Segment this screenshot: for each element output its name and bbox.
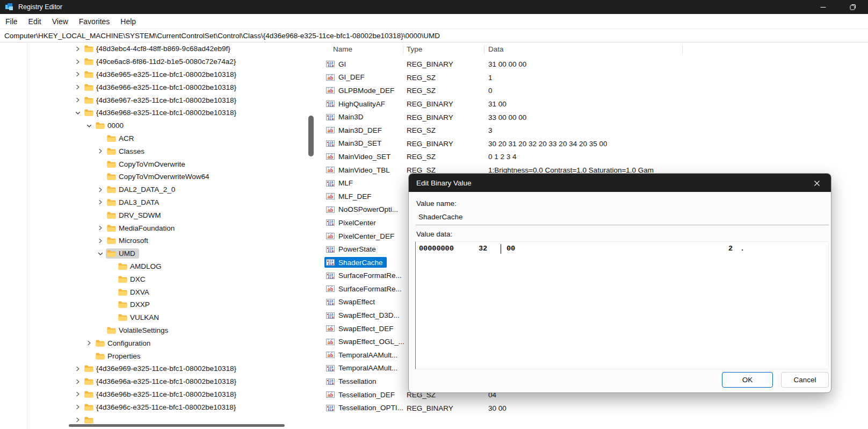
- value-name-cell[interactable]: “”abMLF_DEF: [324, 191, 375, 202]
- value-name-cell[interactable]: 110011PowerState: [324, 244, 380, 255]
- chevron-right-icon[interactable]: [95, 148, 106, 154]
- tree-item[interactable]: 0000: [0, 119, 318, 132]
- value-name-cell[interactable]: 110011Tessellation_OPTI...: [324, 403, 407, 413]
- dialog-close-button[interactable]: [807, 176, 827, 190]
- value-name-cell[interactable]: “”abTemporalAAMult...: [324, 349, 401, 360]
- tree-item[interactable]: {4d36e967-e325-11ce-bfc1-08002be10318}: [0, 94, 318, 106]
- menu-file[interactable]: File: [0, 15, 23, 28]
- value-name-cell[interactable]: 110011TemporalAAMult...: [324, 363, 401, 374]
- tree-item[interactable]: {49ce6ac8-6f86-11d2-b1e5-0080c72e74a2}: [0, 55, 318, 68]
- chevron-right-icon[interactable]: [72, 404, 83, 410]
- dialog-title-bar[interactable]: Edit Binary Value: [409, 174, 831, 192]
- value-name-cell[interactable]: 110011Main3D: [324, 112, 367, 123]
- tree-key[interactable]: DRV_SDWM: [106, 210, 165, 220]
- tree-key[interactable]: Properties: [95, 351, 144, 361]
- column-divider[interactable]: [682, 45, 683, 54]
- tree-key[interactable]: VULKAN: [117, 312, 163, 323]
- chevron-right-icon[interactable]: [95, 187, 106, 193]
- value-name-cell[interactable]: “”abGLPBMode_DEF: [324, 85, 398, 96]
- tree-item[interactable]: UMD: [0, 247, 318, 260]
- table-row[interactable]: 110011Tessellation_OPTI...REG_BINARY30 0…: [318, 401, 868, 414]
- chevron-right-icon[interactable]: [72, 97, 83, 103]
- tree-key[interactable]: DAL2_DATA_2_0: [106, 184, 179, 195]
- value-name-cell[interactable]: 110011Main3D_SET: [324, 138, 385, 149]
- tree-item[interactable]: AMDLOG: [0, 260, 318, 273]
- value-name-cell[interactable]: 110011SurfaceFormatRe...: [324, 270, 406, 281]
- table-row[interactable]: 110011GIREG_BINARY31 00 00 00: [318, 58, 868, 71]
- menu-help[interactable]: Help: [115, 15, 141, 28]
- column-divider[interactable]: [484, 45, 484, 54]
- column-header-data[interactable]: Data: [488, 45, 504, 53]
- menu-favorites[interactable]: Favorites: [74, 15, 115, 28]
- chevron-right-icon[interactable]: [95, 199, 106, 205]
- value-name-cell[interactable]: “”abSwapEffect_OGL_...: [324, 337, 408, 347]
- tree-item[interactable]: DAL3_DATA: [0, 196, 318, 209]
- tree-key[interactable]: DXC: [117, 274, 149, 284]
- tree-item[interactable]: Configuration: [0, 337, 318, 349]
- tree-key[interactable]: 0000: [95, 120, 127, 131]
- tree-item[interactable]: Classes: [0, 145, 318, 158]
- tree-key[interactable]: DXVA: [117, 287, 153, 297]
- value-name-cell[interactable]: “”abNoOSPowerOpti...: [324, 204, 402, 215]
- value-data-hex-editor[interactable]: 00000000 32 00 2 .: [415, 241, 829, 369]
- tree-key[interactable]: {4d36e96b-e325-11ce-bfc1-08002be10318}: [83, 389, 240, 399]
- tree-key[interactable]: ACR: [106, 133, 138, 144]
- tree-key[interactable]: MediaFoundation: [106, 223, 178, 233]
- tree-key[interactable]: AMDLOG: [117, 261, 165, 271]
- value-name-field[interactable]: ShaderCache: [418, 213, 463, 221]
- column-header-type[interactable]: Type: [407, 45, 422, 53]
- chevron-right-icon[interactable]: [95, 238, 106, 244]
- chevron-right-icon[interactable]: [72, 391, 83, 397]
- ok-button[interactable]: OK: [722, 372, 773, 388]
- tree-key[interactable]: {4d36e969-e325-11ce-bfc1-08002be10318}: [83, 363, 240, 374]
- tree-key[interactable]: DXXP: [117, 299, 154, 310]
- value-name-cell[interactable]: 110011PixelCenter: [324, 217, 380, 228]
- tree-item[interactable]: CopyToVmOverwriteWow64: [0, 170, 318, 183]
- column-header-name[interactable]: Name: [333, 45, 352, 53]
- tree-item[interactable]: DAL2_DATA_2_0: [0, 183, 318, 196]
- tree-key[interactable]: {49ce6ac8-6f86-11d2-b1e5-0080c72e74a2}: [83, 56, 240, 67]
- chevron-right-icon[interactable]: [72, 84, 83, 90]
- table-row[interactable]: “”abGLPBMode_DEFREG_SZ0: [318, 84, 868, 97]
- chevron-right-icon[interactable]: [95, 225, 106, 231]
- chevron-right-icon[interactable]: [72, 417, 83, 423]
- menu-edit[interactable]: Edit: [23, 15, 47, 28]
- tree-item[interactable]: {4d36e96b-e325-11ce-bfc1-08002be10318}: [0, 388, 318, 401]
- tree-item[interactable]: DXVA: [0, 285, 318, 298]
- tree-key[interactable]: {4d36e967-e325-11ce-bfc1-08002be10318}: [83, 95, 240, 105]
- value-name-cell[interactable]: 110011Tessellation: [324, 376, 380, 387]
- tree-key[interactable]: {4d36e96c-e325-11ce-bfc1-08002be10318}: [83, 402, 240, 412]
- tree-item[interactable]: {48d3ebc4-4cf8-48ff-b869-9c68ad42eb9f}: [0, 42, 318, 55]
- tree-key[interactable]: {4d36e96a-e325-11ce-bfc1-08002be10318}: [83, 376, 240, 387]
- tree-key[interactable]: [83, 416, 100, 425]
- tree-item[interactable]: {4d36e969-e325-11ce-bfc1-08002be10318}: [0, 362, 318, 375]
- table-row[interactable]: 110011Main3DREG_BINARY33 00 00 00: [318, 110, 868, 124]
- value-name-cell[interactable]: 110011SwapEffect_D3D...: [324, 310, 403, 321]
- chevron-down-icon[interactable]: [83, 123, 95, 129]
- table-row[interactable]: 110011HighQualityAFREG_BINARY31 00: [318, 97, 868, 111]
- tree-item[interactable]: Microsoft: [0, 234, 318, 247]
- value-name-cell[interactable]: 110011SwapEffect: [324, 297, 379, 308]
- tree-item[interactable]: {4d36e965-e325-11ce-bfc1-08002be10318}: [0, 68, 318, 81]
- table-row[interactable]: “”abGI_DEFREG_SZ1: [318, 71, 868, 84]
- tree-item[interactable]: CopyToVmOverwrite: [0, 158, 318, 170]
- cancel-button[interactable]: Cancel: [781, 372, 829, 388]
- chevron-right-icon[interactable]: [72, 366, 83, 372]
- restore-button[interactable]: [838, 0, 868, 14]
- value-name-cell[interactable]: “”abTessellation_DEF: [324, 389, 399, 400]
- chevron-right-icon[interactable]: [72, 59, 83, 65]
- value-name-cell[interactable]: “”abMainVideo_TBL: [324, 165, 394, 175]
- tree-key[interactable]: VolatileSettings: [106, 325, 172, 335]
- tree-key[interactable]: Configuration: [95, 338, 154, 348]
- tree-item[interactable]: DRV_SDWM: [0, 209, 318, 221]
- tree-key[interactable]: CopyToVmOverwriteWow64: [106, 171, 213, 182]
- tree-item[interactable]: DXC: [0, 273, 318, 285]
- chevron-right-icon[interactable]: [83, 340, 95, 346]
- tree-key[interactable]: CopyToVmOverwrite: [106, 159, 189, 169]
- address-bar[interactable]: Computer\HKEY_LOCAL_MACHINE\SYSTEM\Curre…: [0, 28, 868, 42]
- tree-key[interactable]: Microsoft: [106, 235, 152, 246]
- tree-item[interactable]: DXXP: [0, 298, 318, 311]
- value-name-cell[interactable]: 110011GI: [324, 59, 350, 69]
- minimize-button[interactable]: [808, 0, 838, 14]
- column-divider[interactable]: [403, 45, 403, 54]
